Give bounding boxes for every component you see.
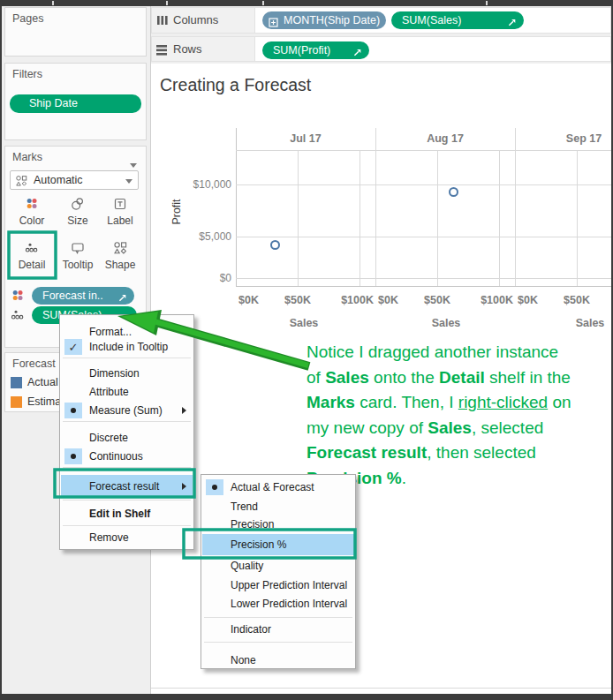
columns-shelf-label: Columns xyxy=(173,13,218,26)
menu-item-label: Quality xyxy=(231,560,263,572)
shape-shelf-button[interactable]: Shape xyxy=(99,241,141,276)
label-shelf-button[interactable]: Label xyxy=(99,197,141,232)
annotation-segment: my new copy of xyxy=(306,418,428,437)
menu-item-forecast-result[interactable]: Forecast result xyxy=(61,475,193,498)
annotation-segment: on xyxy=(548,393,571,411)
annotation-segment: Notice I dragged another instance xyxy=(306,342,558,361)
menu-item-label: Attribute xyxy=(89,386,129,398)
toolbar-notch xyxy=(262,1,264,5)
menu-item-label: None xyxy=(231,654,256,666)
menu-item-measure-sum[interactable]: Measure (Sum) xyxy=(61,402,193,419)
gridline xyxy=(577,150,578,286)
menu-item-label: Format... xyxy=(89,326,132,338)
menu-item-label: Precision % xyxy=(231,538,286,551)
annotation-segment: Sales xyxy=(428,418,472,437)
submenu-arrow-icon xyxy=(182,407,186,414)
mark-type-caret-icon xyxy=(125,179,132,184)
column-header-jul-17: Jul 17 xyxy=(270,132,341,145)
x-tick-label: $100K xyxy=(321,294,374,306)
annotation-segment: of xyxy=(306,368,325,387)
x-axis-title: Sales xyxy=(277,317,330,329)
x-tick-label: $0K xyxy=(238,294,259,306)
mark-type-dropdown[interactable]: Automatic xyxy=(10,170,139,190)
check-glyph: ✓ xyxy=(69,342,79,353)
color-shelf-button[interactable]: Color xyxy=(11,197,53,232)
filter-pill-ship-date[interactable]: Ship Date xyxy=(10,94,141,113)
annotation-line: Forecast result, then selected xyxy=(306,440,611,466)
worksheet-bottom-line xyxy=(151,688,611,689)
columns-pill-sum-sales-[interactable]: SUM(Sales) xyxy=(391,11,524,29)
annotation-segment: shelf in the xyxy=(485,368,571,387)
rows-shelf-label: Rows xyxy=(173,42,202,56)
data-point-circle[interactable] xyxy=(449,187,458,197)
menu-separator xyxy=(63,421,191,422)
tooltip-shelf-button[interactable]: Tooltip xyxy=(57,241,99,276)
color-button-label: Color xyxy=(11,215,53,227)
menu-item-precision[interactable]: Precision xyxy=(202,516,354,533)
menu-item-attribute[interactable]: Attribute xyxy=(61,383,193,401)
axis-line xyxy=(236,150,611,151)
menu-item-label: Dimension xyxy=(89,367,140,380)
menu-item-discrete[interactable]: Discrete xyxy=(61,429,193,447)
gridline xyxy=(499,150,500,286)
detail-dots-icon xyxy=(11,308,25,326)
size-circles-icon xyxy=(57,197,99,213)
pages-shelf[interactable]: Pages xyxy=(4,7,147,56)
menu-item-actual-forecast[interactable]: Actual & Forecast xyxy=(202,478,354,496)
gridline xyxy=(236,278,611,279)
gridline xyxy=(236,237,611,237)
gridline xyxy=(437,150,438,286)
y-tick-label: $5,000 xyxy=(182,230,231,243)
menu-item-include-in-tooltip[interactable]: Include in Tooltip✓ xyxy=(61,338,193,356)
menu-item-indicator[interactable]: Indicator xyxy=(202,621,354,638)
x-tick-label: $0K xyxy=(518,294,538,306)
menu-item-lower-prediction-interval[interactable]: Lower Prediction Interval xyxy=(202,595,354,613)
axis-line xyxy=(236,128,237,286)
marks-collapse-caret-icon[interactable] xyxy=(130,155,137,171)
radio-glyph xyxy=(71,454,76,459)
annotation-segment: Sales xyxy=(325,368,369,387)
columns-pill-month-ship-date-[interactable]: MONTH(Ship Date) xyxy=(262,11,386,29)
menu-item-edit-in-shelf[interactable]: Edit in Shelf xyxy=(61,505,193,523)
annotation-segment: Marks xyxy=(306,393,355,411)
menu-item-precision-%[interactable]: Precision % xyxy=(202,534,354,555)
marks-label: Marks xyxy=(12,151,42,163)
menu-item-continuous[interactable]: Continuous xyxy=(61,448,193,465)
plus-box-icon xyxy=(269,15,278,29)
marks-pill-forecast-in-[interactable]: Forecast in.. xyxy=(32,287,134,305)
detail-shelf-button[interactable]: Detail xyxy=(11,241,53,276)
annotation-segment: right-clicked xyxy=(458,393,548,411)
menu-item-label: Continuous xyxy=(89,450,143,463)
data-point-circle[interactable] xyxy=(270,240,280,250)
color-dots-icon xyxy=(11,289,25,306)
filters-shelf[interactable]: Filters Ship Date xyxy=(4,63,147,140)
radio-bullet-icon xyxy=(64,448,82,464)
menu-item-none[interactable]: None xyxy=(202,651,354,669)
pages-label: Pages xyxy=(12,12,43,25)
menu-item-dimension[interactable]: Dimension xyxy=(61,365,193,382)
menu-item-label: Forecast result xyxy=(89,480,159,493)
rows-pill-sum-profit-[interactable]: SUM(Profit) xyxy=(262,41,369,59)
size-shelf-button[interactable]: Size xyxy=(57,197,99,232)
gridline xyxy=(298,150,299,286)
menu-separator xyxy=(204,617,352,618)
annotation-segment: onto the xyxy=(369,368,439,387)
ne-arrow-icon xyxy=(117,290,127,305)
menu-item-quality[interactable]: Quality xyxy=(202,557,354,575)
shapes-icon xyxy=(99,241,141,257)
ne-arrow-icon xyxy=(507,15,517,29)
menu-separator xyxy=(63,358,191,358)
sheet-title: Creating a Forecast xyxy=(160,75,311,95)
size-button-label: Size xyxy=(57,215,99,227)
menu-item-remove[interactable]: Remove xyxy=(61,529,193,546)
pane-divider xyxy=(375,128,376,286)
annotation-segment: Detail xyxy=(439,368,485,387)
radio-bullet-icon xyxy=(206,479,223,495)
toolbar-notch xyxy=(166,1,168,5)
menu-item-upper-prediction-interval[interactable]: Upper Prediction Interval xyxy=(202,576,354,594)
legend-label-actual[interactable]: Actual xyxy=(27,376,58,388)
x-axis-title: Sales xyxy=(420,317,473,329)
menu-item-label: Trend xyxy=(231,501,258,513)
menu-item-trend[interactable]: Trend xyxy=(202,498,354,516)
annotation-line: Notice I dragged another instance xyxy=(306,340,611,365)
